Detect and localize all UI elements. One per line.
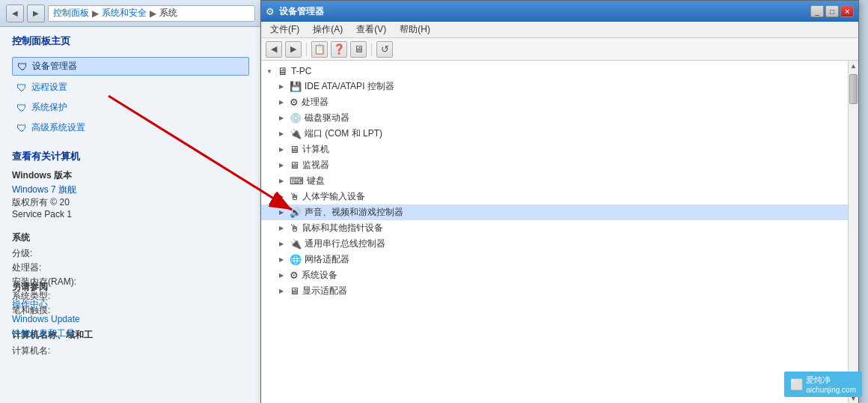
minimize-button[interactable]: _ bbox=[810, 5, 824, 17]
tree-item-usb[interactable]: ▶ 🔌 通用串行总线控制器 bbox=[261, 236, 848, 252]
usb-icon: 🔌 bbox=[290, 238, 302, 249]
toolbar-help[interactable]: ❓ bbox=[331, 41, 347, 58]
comp-icon: 🖥 bbox=[290, 144, 299, 155]
port-icon: 🔌 bbox=[290, 128, 302, 139]
also-see-performance[interactable]: 性能信息和工具 bbox=[12, 327, 80, 340]
back-button[interactable]: ◀ bbox=[6, 4, 24, 22]
system-rating: 分级: bbox=[12, 247, 249, 260]
mouse-expand[interactable]: ▶ bbox=[276, 223, 287, 234]
tree-item-port[interactable]: ▶ 🔌 端口 (COM 和 LPT) bbox=[261, 126, 848, 142]
forward-button[interactable]: ▶ bbox=[27, 4, 45, 22]
usb-expand[interactable]: ▶ bbox=[276, 239, 287, 249]
breadcrumb-security[interactable]: 系统和安全 bbox=[102, 7, 147, 19]
toolbar-computer[interactable]: 🖥 bbox=[350, 41, 367, 58]
breadcrumb-system: 系统 bbox=[159, 7, 177, 19]
sys-expand[interactable]: ▶ bbox=[276, 270, 287, 281]
toolbar-back[interactable]: ◀ bbox=[266, 41, 282, 58]
root-label: T-PC bbox=[291, 66, 311, 76]
tree-item-hid[interactable]: ▶ 🖱 人体学输入设备 bbox=[261, 189, 848, 204]
ide-icon: 💾 bbox=[290, 81, 302, 92]
scroll-up[interactable]: ▲ bbox=[849, 61, 858, 71]
net-expand[interactable]: ▶ bbox=[276, 255, 287, 265]
device-manager-window: ⚙ 设备管理器 _ □ ✕ 文件(F) 操作(A) 查看(V) 帮助(H) ◀ … bbox=[260, 0, 859, 403]
menu-view[interactable]: 查看(V) bbox=[350, 22, 392, 37]
tree-item-system[interactable]: ▶ ⚙ 系统设备 bbox=[261, 267, 848, 283]
tree-item-disk[interactable]: ▶ 💿 磁盘驱动器 bbox=[261, 110, 848, 126]
win-version-line2: 版权所有 © 20 bbox=[12, 196, 249, 209]
hid-expand[interactable]: ▶ bbox=[276, 192, 287, 202]
mon-expand[interactable]: ▶ bbox=[276, 160, 287, 171]
tree-item-display[interactable]: ▶ 🖥 显示适配器 bbox=[261, 283, 848, 299]
root-expand[interactable]: ▼ bbox=[264, 66, 275, 76]
sys-icon: ⚙ bbox=[290, 270, 299, 281]
nav-device-manager[interactable]: 🛡 设备管理器 bbox=[12, 57, 249, 76]
windows-version-label: Windows 版本 Windows 7 旗舰 版权所有 © 20 Servic… bbox=[12, 169, 249, 219]
port-expand[interactable]: ▶ bbox=[276, 129, 287, 139]
scrollbar[interactable]: ▲ ▼ bbox=[848, 61, 858, 403]
win-version-line1: Windows 7 旗舰 bbox=[12, 184, 249, 196]
computer-name: 计算机名: bbox=[12, 345, 249, 357]
shield-icon-3: 🛡 bbox=[16, 102, 27, 114]
kb-icon: ⌨ bbox=[290, 175, 304, 187]
menu-file[interactable]: 文件(F) bbox=[264, 22, 305, 37]
nav-system-protection[interactable]: 🛡 系统保护 bbox=[12, 99, 249, 116]
nav-advanced-settings[interactable]: 🛡 高级系统设置 bbox=[12, 119, 249, 136]
title-text: 设备管理器 bbox=[279, 5, 324, 18]
shield-icon-4: 🛡 bbox=[16, 122, 27, 134]
watermark-icon: ⬜ bbox=[790, 378, 803, 390]
win-service-pack: Service Pack 1 bbox=[12, 209, 249, 219]
mouse-icon: 🖱 bbox=[290, 222, 299, 234]
kb-expand[interactable]: ▶ bbox=[276, 176, 287, 187]
comp-expand[interactable]: ▶ bbox=[276, 145, 287, 155]
hid-icon: 🖱 bbox=[290, 191, 299, 202]
system-processor: 处理器: bbox=[12, 261, 249, 274]
tree-item-computer[interactable]: ▶ 🖥 计算机 bbox=[261, 142, 848, 157]
breadcrumb-control-panel[interactable]: 控制面板 bbox=[53, 7, 89, 19]
disp-icon: 🖥 bbox=[290, 285, 299, 297]
tree-item-mouse[interactable]: ▶ 🖱 鼠标和其他指针设备 bbox=[261, 220, 848, 236]
device-tree[interactable]: ▼ 🖥 T-PC ▶ 💾 IDE ATA/ATAPI 控制器 ▶ ⚙ 处理器 ▶… bbox=[261, 61, 848, 403]
disp-expand[interactable]: ▶ bbox=[276, 286, 287, 297]
tree-root[interactable]: ▼ 🖥 T-PC bbox=[261, 64, 848, 79]
watermark: ⬜ 爱纯净 aichunjing.com bbox=[784, 372, 862, 397]
system-info-title: 查看有关计算机 bbox=[12, 150, 249, 163]
disk-expand[interactable]: ▶ bbox=[276, 113, 287, 124]
also-see-action-center[interactable]: 操作中心 bbox=[12, 298, 80, 311]
sound-icon: 🔊 bbox=[290, 207, 302, 218]
also-see-windows-update[interactable]: Windows Update bbox=[12, 314, 80, 324]
tree-item-sound[interactable]: ▶ 🔊 声音、视频和游戏控制器 bbox=[261, 204, 848, 220]
computer-icon: 🖥 bbox=[278, 65, 288, 77]
title-controls: _ □ ✕ bbox=[810, 5, 854, 17]
main-area: ▼ 🖥 T-PC ▶ 💾 IDE ATA/ATAPI 控制器 ▶ ⚙ 处理器 ▶… bbox=[261, 61, 858, 403]
menu-help[interactable]: 帮助(H) bbox=[394, 22, 436, 37]
also-see-title: 另请参阅 bbox=[12, 281, 80, 294]
maximize-button[interactable]: □ bbox=[825, 5, 839, 17]
also-see-section: 另请参阅 操作中心 Windows Update 性能信息和工具 bbox=[12, 281, 80, 343]
tree-item-keyboard[interactable]: ▶ ⌨ 键盘 bbox=[261, 173, 848, 189]
toolbar-properties[interactable]: 📋 bbox=[311, 41, 328, 58]
disk-icon: 💿 bbox=[290, 112, 302, 124]
tree-item-ide[interactable]: ▶ 💾 IDE ATA/ATAPI 控制器 bbox=[261, 79, 848, 94]
proc-expand[interactable]: ▶ bbox=[276, 97, 287, 108]
toolbar-sep1 bbox=[306, 43, 307, 56]
scroll-track[interactable] bbox=[849, 71, 858, 393]
sep2: ▶ bbox=[150, 8, 156, 19]
sound-expand[interactable]: ▶ bbox=[276, 207, 287, 218]
breadcrumb-bar: ◀ ▶ 控制面板 ▶ 系统和安全 ▶ 系统 bbox=[0, 0, 261, 27]
toolbar: ◀ ▶ 📋 ❓ 🖥 ↺ bbox=[261, 38, 858, 61]
ide-expand[interactable]: ▶ bbox=[276, 82, 287, 92]
tree-item-processor[interactable]: ▶ ⚙ 处理器 bbox=[261, 94, 848, 110]
control-panel: ◀ ▶ 控制面板 ▶ 系统和安全 ▶ 系统 控制面板主页 🛡 设备管理器 🛡 远… bbox=[0, 0, 262, 403]
close-button[interactable]: ✕ bbox=[840, 5, 854, 17]
toolbar-refresh[interactable]: ↺ bbox=[376, 41, 393, 58]
menu-action[interactable]: 操作(A) bbox=[307, 22, 349, 37]
sep1: ▶ bbox=[92, 8, 99, 19]
proc-icon: ⚙ bbox=[290, 97, 299, 108]
toolbar-forward[interactable]: ▶ bbox=[285, 41, 302, 58]
scroll-thumb[interactable] bbox=[849, 74, 858, 104]
nav-remote-settings[interactable]: 🛡 远程设置 bbox=[12, 79, 249, 96]
mon-icon: 🖥 bbox=[290, 160, 299, 171]
tree-item-network[interactable]: ▶ 🌐 网络适配器 bbox=[261, 252, 848, 267]
system-section-title: 系统 bbox=[12, 231, 249, 244]
tree-item-monitor[interactable]: ▶ 🖥 监视器 bbox=[261, 157, 848, 173]
